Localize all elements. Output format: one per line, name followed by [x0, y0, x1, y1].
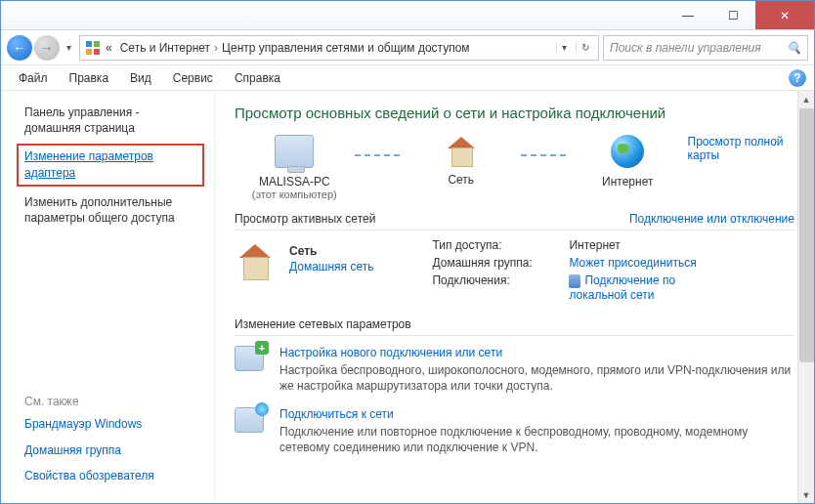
breadcrumb-dropdown[interactable]: ▾ [556, 42, 572, 53]
map-node-internet[interactable]: Интернет [568, 135, 688, 200]
address-bar: ← → ▾ « Сеть и Интернет › Центр управлен… [1, 30, 814, 65]
sidebar-internet-options[interactable]: Свойства обозревателя [24, 468, 196, 483]
map-connector-2 [521, 154, 568, 156]
breadcrumb-item-2[interactable]: Центр управления сетями и общим доступом [222, 41, 470, 55]
sidebar-home[interactable]: Панель управления -домашняя страница [24, 105, 196, 136]
nav-forward-button[interactable]: → [34, 35, 60, 61]
network-properties: Тип доступа: Интернет Домашняя группа: М… [432, 238, 696, 306]
active-networks-header: Просмотр активных сетей Подключение или … [235, 212, 794, 226]
scroll-down-button[interactable]: ▼ [798, 486, 814, 503]
svg-rect-0 [86, 41, 92, 47]
menu-file[interactable]: Файл [9, 68, 58, 88]
menu-bar: Файл Правка Вид Сервис Справка ? [1, 65, 814, 91]
breadcrumb-item-1[interactable]: Сеть и Интернет [120, 41, 210, 55]
close-button[interactable]: ✕ [755, 1, 814, 29]
breadcrumb-sep: › [214, 41, 218, 55]
network-name: Сеть [289, 244, 373, 258]
scroll-thumb[interactable] [799, 108, 814, 362]
scroll-up-button[interactable]: ▲ [798, 91, 814, 107]
map-node-network[interactable]: Сеть [402, 137, 522, 198]
prop-homegroup-link[interactable]: Может присоединиться [569, 256, 696, 270]
help-icon[interactable]: ? [789, 69, 806, 87]
computer-icon [275, 135, 314, 168]
control-panel-icon [84, 39, 102, 57]
task-connect-network-desc: Подключение или повторное подключение к … [279, 424, 794, 455]
new-connection-icon [235, 346, 264, 371]
connect-disconnect-link[interactable]: Подключение или отключение [629, 212, 794, 226]
prop-homegroup-label: Домашняя группа: [432, 256, 569, 270]
minimize-button[interactable]: — [665, 1, 710, 29]
ethernet-icon [569, 274, 580, 288]
house-icon [235, 244, 276, 279]
sidebar-firewall[interactable]: Брандмауэр Windows [24, 416, 196, 432]
task-connect-network: Подключиться к сети Подключение или повт… [235, 407, 794, 455]
task-new-connection: Настройка нового подключения или сети На… [235, 346, 794, 394]
map-node-this-pc[interactable]: MALISSA-PC (этот компьютер) [235, 135, 355, 200]
map-connector-1 [355, 154, 402, 156]
svg-rect-1 [94, 41, 100, 47]
breadcrumb-chevrons: « [106, 41, 112, 55]
prop-connection-link[interactable]: Подключение полокальной сети [569, 273, 675, 302]
prop-access-label: Тип доступа: [432, 238, 569, 252]
sidebar-adapter-highlight: Изменение параметровадаптера [17, 144, 204, 186]
task-connect-network-link[interactable]: Подключиться к сети [279, 407, 794, 421]
refresh-button[interactable]: ↻ [576, 42, 594, 53]
change-settings-header: Изменение сетевых параметров [235, 317, 794, 331]
active-network-box: Сеть Домашняя сеть [235, 244, 373, 279]
menu-view[interactable]: Вид [120, 68, 161, 88]
connect-network-icon [235, 407, 264, 433]
view-full-map-link[interactable]: Просмотр полной карты [688, 135, 795, 162]
breadcrumb[interactable]: « Сеть и Интернет › Центр управления сет… [79, 35, 599, 61]
search-icon: 🔍 [787, 41, 801, 55]
nav-history-dropdown[interactable]: ▾ [62, 42, 75, 53]
house-icon [444, 137, 479, 166]
svg-rect-3 [94, 49, 100, 55]
main-panel: Просмотр основных сведений о сети и наст… [214, 91, 814, 503]
maximize-button[interactable]: ☐ [710, 1, 755, 29]
menu-edit[interactable]: Правка [60, 68, 119, 88]
prop-connections-label: Подключения: [432, 273, 569, 302]
search-placeholder: Поиск в панели управления [610, 41, 761, 55]
sidebar-homegroup[interactable]: Домашняя группа [24, 442, 196, 458]
search-input[interactable]: Поиск в панели управления 🔍 [603, 35, 808, 61]
network-map: MALISSA-PC (этот компьютер) Сеть Интерне… [235, 135, 794, 200]
task-new-connection-desc: Настройка беспроводного, широкополосного… [279, 362, 794, 394]
nav-back-button[interactable]: ← [7, 35, 32, 61]
globe-icon [611, 135, 644, 168]
menu-tools[interactable]: Сервис [163, 68, 223, 88]
sidebar-adapter-settings[interactable]: Изменение параметровадаптера [24, 148, 196, 180]
network-type-link[interactable]: Домашняя сеть [289, 260, 373, 273]
task-new-connection-link[interactable]: Настройка нового подключения или сети [279, 346, 794, 359]
window-titlebar: — ☐ ✕ [1, 1, 814, 30]
page-title: Просмотр основных сведений о сети и наст… [235, 105, 794, 121]
sidebar-seealso-header: См. также [24, 395, 196, 408]
prop-access-value: Интернет [569, 238, 620, 252]
vertical-scrollbar[interactable]: ▲ ▼ [797, 91, 814, 503]
sidebar-sharing-settings[interactable]: Изменить дополнительныепараметры общего … [24, 194, 196, 226]
menu-help[interactable]: Справка [225, 68, 290, 88]
sidebar: Панель управления -домашняя страница Изм… [1, 91, 214, 503]
svg-rect-2 [86, 49, 92, 55]
